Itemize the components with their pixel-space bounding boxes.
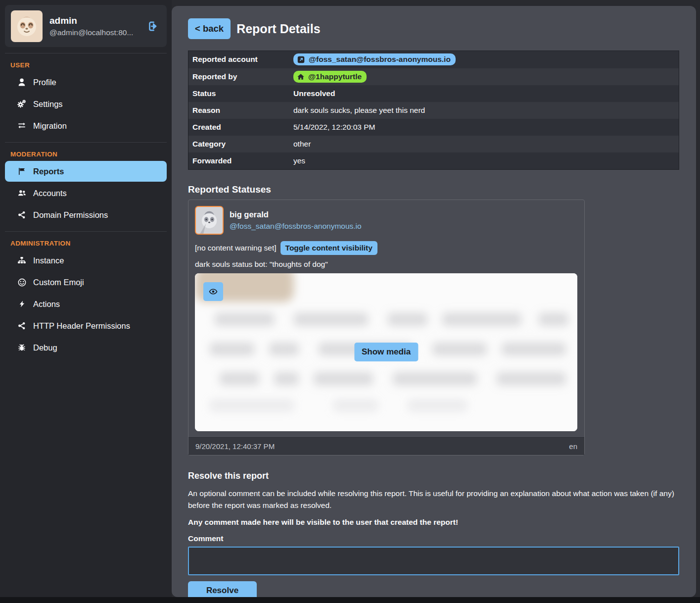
sidebar: admin @admin@localhost:80... USER Profil… <box>0 0 172 597</box>
resolve-note: Any comment made here will be visible to… <box>188 518 679 527</box>
sidebar-item-label: Accounts <box>33 189 67 198</box>
page-header: < back Report Details <box>188 18 679 39</box>
home-icon <box>297 73 305 81</box>
reported-by-badge[interactable]: @1happyturtle <box>293 71 367 83</box>
bug-icon <box>16 343 27 352</box>
status-footer: 9/20/2021, 12:40:37 PM en <box>188 437 584 455</box>
sidebar-item-label: Custom Emoji <box>33 278 84 287</box>
back-button[interactable]: < back <box>188 18 231 39</box>
reported-statuses-heading: Reported Statuses <box>188 184 679 195</box>
users-icon <box>16 188 27 198</box>
profile-name: admin <box>49 15 138 26</box>
status-display-name: big gerald <box>230 210 362 219</box>
status-timestamp: 9/20/2021, 12:40:37 PM <box>195 442 275 451</box>
section-title-user: USER <box>10 61 172 69</box>
table-row: Created 5/14/2022, 12:20:03 PM <box>188 119 679 136</box>
section-title-administration: ADMINISTRATION <box>10 240 172 247</box>
sidebar-item-label: Settings <box>33 100 63 109</box>
status-author: big gerald @foss_satan@fossbros-anonymou… <box>230 210 362 231</box>
row-label: Category <box>188 137 289 151</box>
app: admin @admin@localhost:80... USER Profil… <box>0 0 700 597</box>
sidebar-item-label: Domain Permissions <box>33 210 108 220</box>
sidebar-item-label: Profile <box>33 78 56 87</box>
share-nodes-icon <box>16 321 27 331</box>
report-details-panel: < back Report Details Reported account @… <box>172 6 696 597</box>
row-label: Reported account <box>188 52 289 66</box>
sidebar-item-actions[interactable]: Actions <box>5 294 167 314</box>
row-value: 5/14/2022, 12:20:03 PM <box>289 120 379 134</box>
sidebar-item-label: Migration <box>33 121 67 131</box>
sitemap-icon <box>16 255 27 265</box>
badge-label: @1happyturtle <box>308 72 362 81</box>
row-label: Forwarded <box>188 154 289 168</box>
sidebar-item-domain-permissions[interactable]: Domain Permissions <box>5 204 167 225</box>
sidebar-item-debug[interactable]: Debug <box>5 337 167 358</box>
resolve-description: An optional comment can be included whil… <box>188 488 679 511</box>
sidebar-item-http-header-permissions[interactable]: HTTP Header Permissions <box>5 315 167 336</box>
sidebar-item-profile[interactable]: Profile <box>5 72 167 93</box>
status-media: Show media <box>195 273 577 431</box>
table-row: Category other <box>188 136 679 152</box>
show-media-button[interactable]: Show media <box>354 343 418 361</box>
comment-label: Comment <box>188 534 679 543</box>
share-nodes-icon <box>16 210 27 220</box>
sidebar-item-label: Instance <box>33 256 64 265</box>
sidebar-item-label: HTTP Header Permissions <box>33 321 130 331</box>
resolve-heading: Resolve this report <box>188 471 679 481</box>
sloth-avatar-icon <box>196 207 223 234</box>
divider <box>5 53 167 53</box>
status-card: big gerald @foss_satan@fossbros-anonymou… <box>188 200 585 455</box>
sign-out-icon <box>146 20 160 33</box>
reported-account-badge[interactable]: @foss_satan@fossbros-anonymous.io <box>293 53 456 65</box>
sidebar-item-custom-emoji[interactable]: Custom Emoji <box>5 272 167 293</box>
sidebar-item-label: Reports <box>33 167 64 176</box>
sloth-avatar-icon <box>11 10 43 42</box>
divider <box>5 142 167 143</box>
admin-avatar <box>11 10 43 42</box>
badge-label: @foss_satan@fossbros-anonymous.io <box>309 55 451 64</box>
sidebar-item-migration[interactable]: Migration <box>5 115 167 136</box>
status-avatar <box>195 206 224 235</box>
row-value: yes <box>289 154 309 168</box>
table-row: Reported by @1happyturtle <box>188 68 679 85</box>
profile-card: admin @admin@localhost:80... <box>5 5 167 47</box>
sidebar-item-reports[interactable]: Reports <box>5 161 167 182</box>
sidebar-item-settings[interactable]: Settings <box>5 94 167 114</box>
content-warning-row: [no content warning set] Toggle content … <box>195 241 578 255</box>
report-details-table: Reported account @foss_satan@fossbros-an… <box>188 50 679 170</box>
logout-button[interactable] <box>145 19 161 34</box>
table-row: Status Unresolved <box>188 85 679 102</box>
content-warning-text: [no content warning set] <box>195 244 277 252</box>
sidebar-item-instance[interactable]: Instance <box>5 250 167 271</box>
sidebar-item-accounts[interactable]: Accounts <box>5 183 167 203</box>
divider <box>5 231 167 232</box>
status-account-link[interactable]: @foss_satan@fossbros-anonymous.io <box>230 222 362 230</box>
hide-media-eye-button[interactable] <box>203 282 223 301</box>
user-icon <box>16 77 27 87</box>
row-label: Created <box>188 120 289 134</box>
smiley-icon <box>16 277 27 287</box>
sidebar-item-label: Actions <box>33 300 60 309</box>
section-title-moderation: MODERATION <box>10 151 172 158</box>
status-header: big gerald @foss_satan@fossbros-anonymou… <box>195 206 578 235</box>
table-row: Reported account @foss_satan@fossbros-an… <box>188 51 679 68</box>
row-label: Reason <box>188 103 289 117</box>
table-row: Forwarded yes <box>188 152 679 169</box>
row-value: @foss_satan@fossbros-anonymous.io <box>289 51 460 68</box>
row-value: dark souls sucks, please yeet this nerd <box>289 103 429 117</box>
comment-input[interactable] <box>188 547 679 575</box>
profile-handle: @admin@localhost:80... <box>49 28 138 37</box>
table-row: Reason dark souls sucks, please yeet thi… <box>188 102 679 119</box>
external-link-icon <box>297 55 305 64</box>
toggle-content-visibility-button[interactable]: Toggle content visibility <box>280 241 377 255</box>
status-language-tag: en <box>569 442 577 451</box>
resolve-button[interactable]: Resolve <box>188 581 257 597</box>
row-label: Reported by <box>188 70 289 84</box>
profile-meta: admin @admin@localhost:80... <box>49 15 138 37</box>
gears-icon <box>16 99 27 109</box>
row-value: other <box>289 137 315 151</box>
page-title: Report Details <box>236 22 320 36</box>
main-area: < back Report Details Reported account @… <box>172 0 700 597</box>
transfer-arrows-icon <box>16 121 27 131</box>
row-label: Status <box>188 87 289 100</box>
